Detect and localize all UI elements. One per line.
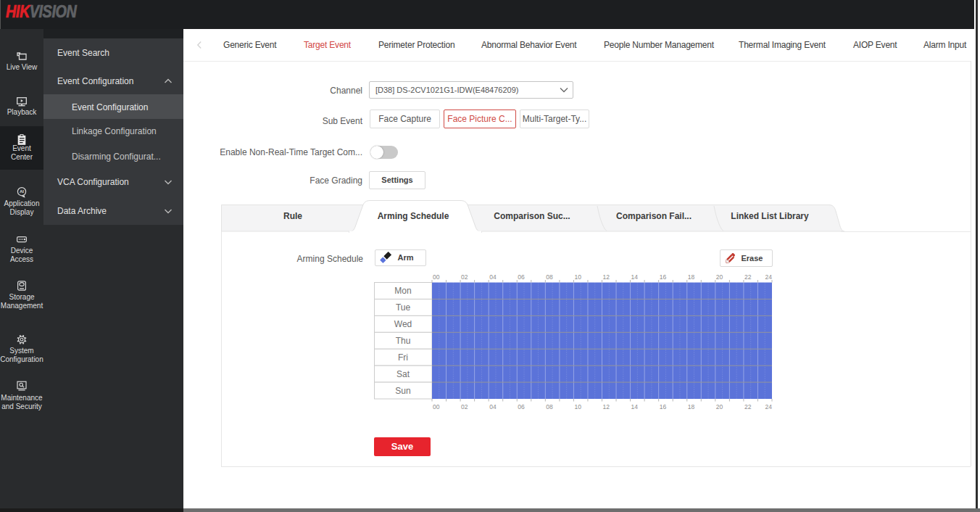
svg-text:08: 08 bbox=[546, 403, 553, 410]
svg-text:Fri: Fri bbox=[398, 352, 408, 363]
svg-text:Sun: Sun bbox=[395, 386, 410, 396]
svg-text:22: 22 bbox=[744, 403, 752, 410]
svg-text:00: 00 bbox=[433, 273, 440, 281]
svg-text:14: 14 bbox=[631, 273, 639, 281]
svg-text:18: 18 bbox=[688, 273, 695, 281]
svg-text:22: 22 bbox=[744, 273, 752, 281]
svg-text:04: 04 bbox=[489, 403, 497, 410]
svg-text:24: 24 bbox=[765, 273, 773, 281]
svg-text:02: 02 bbox=[461, 273, 468, 281]
svg-text:AI: AI bbox=[20, 189, 24, 194]
svg-text:18: 18 bbox=[688, 403, 695, 410]
svg-text:06: 06 bbox=[518, 403, 525, 410]
svg-text:10: 10 bbox=[574, 403, 581, 410]
svg-text:02: 02 bbox=[461, 403, 468, 410]
svg-text:Sat: Sat bbox=[396, 369, 410, 379]
svg-text:Wed: Wed bbox=[394, 319, 412, 329]
svg-text:00: 00 bbox=[433, 403, 440, 410]
svg-text:12: 12 bbox=[603, 273, 610, 281]
svg-text:24: 24 bbox=[765, 403, 773, 410]
svg-text:20: 20 bbox=[716, 403, 723, 410]
svg-text:14: 14 bbox=[631, 403, 639, 410]
svg-text:20: 20 bbox=[716, 273, 723, 281]
svg-text:16: 16 bbox=[660, 403, 667, 410]
svg-text:Mon: Mon bbox=[394, 286, 411, 296]
svg-text:10: 10 bbox=[574, 273, 581, 281]
svg-text:16: 16 bbox=[660, 273, 667, 281]
svg-text:12: 12 bbox=[603, 403, 610, 410]
svg-text:Thu: Thu bbox=[396, 336, 411, 346]
svg-text:04: 04 bbox=[489, 273, 497, 281]
svg-text:Tue: Tue bbox=[396, 302, 411, 313]
svg-text:08: 08 bbox=[546, 273, 553, 281]
svg-text:06: 06 bbox=[518, 273, 525, 281]
